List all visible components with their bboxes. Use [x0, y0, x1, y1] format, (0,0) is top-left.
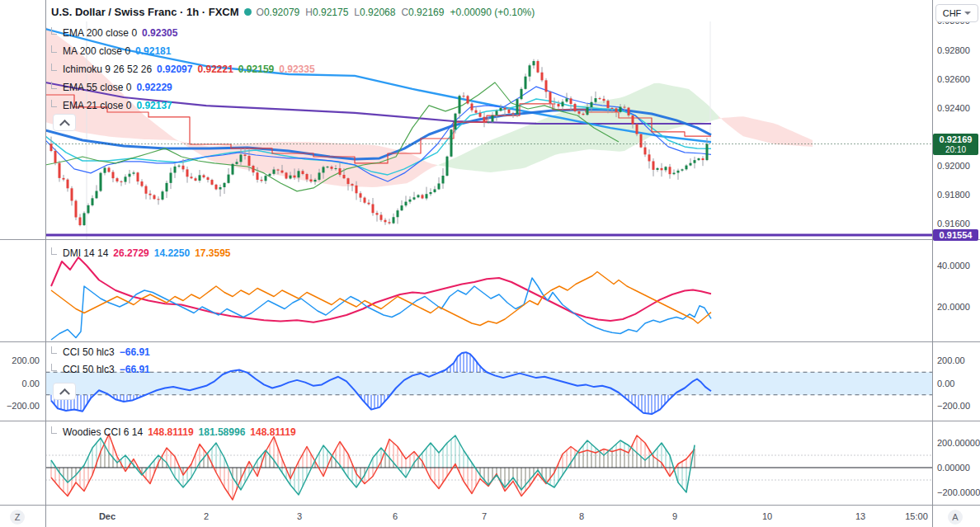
currency-selector[interactable]: CHF: [935, 4, 978, 22]
dmi-tick: 40.0000: [937, 261, 970, 271]
cci-tick: 0.00: [937, 379, 954, 388]
price-tick: 0.91600: [937, 219, 970, 228]
indicator-value: 0.92335: [279, 64, 314, 75]
indicator-title: CCI 50 hlc3: [63, 364, 115, 375]
auto-scale-button[interactable]: A: [948, 510, 963, 525]
legend-hook: [51, 100, 57, 107]
indicator-value: 148.81119: [148, 426, 193, 438]
legend-hook: [51, 247, 57, 255]
price-tick: 0.91800: [937, 190, 970, 200]
indicator-value: 0.92159: [238, 64, 274, 75]
chevron-up-icon: [59, 388, 70, 399]
indicator-value: 0.92181: [135, 45, 171, 57]
time-tick: 15:00: [905, 511, 928, 521]
chevron-up-icon: [59, 120, 70, 130]
collapse-cci-pane-button[interactable]: [53, 383, 76, 400]
indicator-title: EMA 200 close 0: [63, 27, 137, 39]
indicator-title: CCI 50 hlc3: [63, 346, 115, 358]
collapse-main-pane-button[interactable]: [53, 114, 76, 131]
time-tick: 9: [672, 511, 677, 521]
indicator-value: 26.2729: [113, 247, 148, 259]
ohlc-h: H0.92175: [305, 7, 348, 18]
indicator-title: DMI 14 14: [63, 247, 108, 259]
trading-chart-window: { "header": { "title": "U.S. Dollar / Sw…: [0, 0, 980, 527]
indicator-value: 0.92229: [136, 82, 172, 93]
dmi-tick: 20.0000: [937, 302, 970, 312]
cci-left-tick: 0.00: [2, 379, 40, 388]
legend-hook: [51, 82, 57, 89]
indicator-value: 14.2250: [154, 247, 190, 259]
legend-hook: [51, 27, 57, 35]
current-price: 0.92169: [933, 134, 978, 145]
price-tick: 0.92000: [937, 161, 970, 171]
legend-row-1[interactable]: MA 200 close 00.92181: [51, 45, 171, 57]
chevron-down-icon: [964, 12, 971, 15]
ohlc-o: O0.92079: [257, 7, 300, 18]
time-tick: 13: [855, 511, 865, 521]
legend-row-0[interactable]: EMA 200 close 00.92305: [51, 27, 177, 39]
indicator-value: 0.92137: [136, 100, 172, 111]
indicator-value: 148.81119: [250, 426, 295, 438]
current-price-badge: 0.92169 20:10: [933, 134, 978, 155]
ohlc-l: L0.92068: [354, 7, 395, 18]
cci-tick: −200.00: [937, 401, 970, 411]
woodies-tick: 0.00000: [937, 463, 970, 473]
price-tick: 0.92400: [937, 103, 970, 113]
legend-row-3[interactable]: EMA 55 close 00.92229: [51, 82, 172, 93]
indicator-title: MA 200 close 0: [63, 45, 130, 57]
symbol-header[interactable]: U.S. Dollar / Swiss Franc · 1h · FXCM O0…: [51, 6, 535, 18]
legend-hook: [51, 64, 57, 71]
indicator-value: −66.91: [120, 346, 150, 358]
timezone-button[interactable]: Z: [10, 510, 25, 525]
legend-row-2[interactable]: Ichimoku 9 26 52 260.920970.922210.92159…: [51, 64, 315, 75]
price-tick: 0.92600: [937, 74, 970, 84]
ohlc-values: O0.92079H0.92175L0.92068C0.92169+0.00090…: [257, 7, 535, 18]
legend-row-4[interactable]: EMA 21 close 00.92137: [51, 100, 172, 111]
woodies-tick: 200.00000: [937, 438, 980, 448]
time-tick: 6: [393, 511, 398, 521]
indicator-title: Ichimoku 9 26 52 26: [63, 64, 152, 75]
indicator-value: −66.91: [120, 364, 150, 375]
indicator-value: 0.92097: [157, 64, 192, 75]
time-tick: 2: [204, 511, 209, 521]
legend-hook: [51, 45, 57, 53]
legend-hook: [51, 346, 57, 354]
indicator-title: Woodies CCI 6 14: [63, 426, 143, 438]
time-tick: Dec: [99, 511, 115, 521]
time-tick: 8: [579, 511, 584, 521]
chart-canvas[interactable]: [0, 0, 980, 527]
indicator-value: 17.3595: [195, 247, 230, 259]
level-price-badge: 0.91554: [933, 229, 978, 241]
ohlc-c: C0.92169: [401, 7, 444, 18]
legend-hook: [51, 426, 57, 434]
cci-left-tick: −200.00: [2, 401, 40, 411]
indicator-title: EMA 21 close 0: [63, 100, 131, 111]
indicator-value: 181.58996: [199, 426, 246, 438]
time-tick: 3: [297, 511, 302, 521]
indicator-value: 0.92221: [197, 64, 233, 75]
bar-countdown: 20:10: [933, 145, 978, 154]
price-tick: 0.92800: [937, 45, 970, 55]
cci-tick: 200.00: [937, 355, 965, 365]
cci-left-tick: 200.00: [2, 355, 40, 365]
cci-legend-2[interactable]: CCI 50 hlc3−66.91: [51, 364, 150, 375]
woodies-tick: −200.00000: [937, 487, 980, 497]
price-change: +0.00090 (+0.10%): [450, 7, 535, 18]
symbol-title: U.S. Dollar / Swiss Franc · 1h · FXCM: [51, 6, 239, 18]
woodies-legend[interactable]: Woodies CCI 6 14148.81119181.58996148.81…: [51, 426, 296, 438]
cci-legend-1[interactable]: CCI 50 hlc3−66.91: [51, 346, 150, 358]
dmi-legend[interactable]: DMI 14 1426.272914.225017.3595: [51, 247, 231, 259]
indicator-value: 0.92305: [142, 27, 177, 39]
time-tick: 7: [482, 511, 487, 521]
market-status-dot: [244, 8, 252, 16]
indicator-title: EMA 55 close 0: [63, 82, 131, 93]
time-tick: 10: [762, 511, 772, 521]
legend-hook: [51, 364, 57, 371]
currency-label: CHF: [943, 8, 962, 18]
